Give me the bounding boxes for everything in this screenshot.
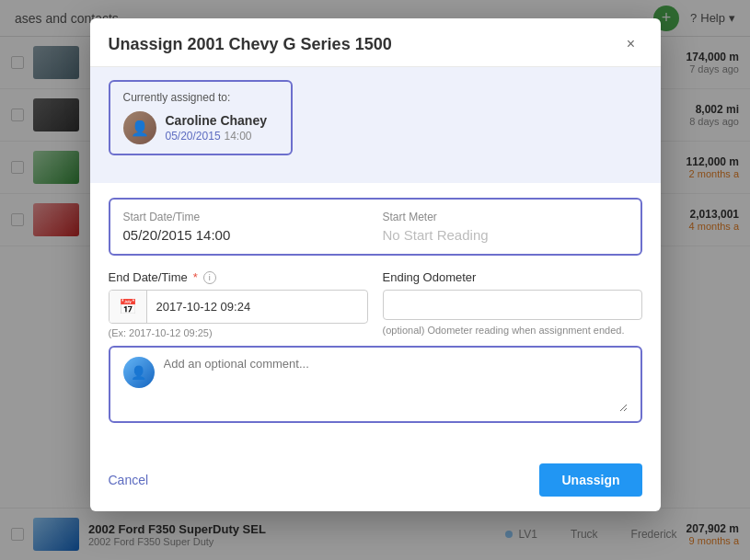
close-button[interactable]: × xyxy=(620,33,642,55)
modal-footer: Cancel Unassign xyxy=(90,452,661,511)
person-date-time: 05/20/2015 14:00 xyxy=(166,128,267,143)
end-date-hint: (Ex: 2017-10-12 09:25) xyxy=(109,327,368,338)
ending-odometer-group: Ending Odometer (optional) Odometer read… xyxy=(383,270,642,338)
assigned-date-link[interactable]: 05/20/2015 xyxy=(166,130,221,143)
start-date-label: Start Date/Time xyxy=(123,211,368,223)
avatar: 👤 xyxy=(123,111,156,144)
modal-overlay: Unassign 2001 Chevy G Series 1500 × Curr… xyxy=(0,0,750,560)
assigned-time: 14:00 xyxy=(224,130,251,143)
end-date-label: End Date/Time xyxy=(109,270,188,284)
calendar-icon: 📅 xyxy=(110,291,147,323)
assigned-section: Currently assigned to: 👤 Caroline Chaney… xyxy=(109,80,293,155)
ending-odometer-hint: (optional) Odometer reading when assignm… xyxy=(383,324,642,337)
commenter-avatar: 👤 xyxy=(123,357,155,388)
unassign-modal: Unassign 2001 Chevy G Series 1500 × Curr… xyxy=(90,18,661,511)
start-meter-value: No Start Reading xyxy=(383,227,628,243)
end-date-group: End Date/Time * i 📅 (Ex: 2017-10-12 09:2… xyxy=(109,270,368,338)
comment-section: 👤 xyxy=(109,346,642,423)
end-date-input[interactable] xyxy=(147,292,367,321)
start-date-value: 05/20/2015 14:00 xyxy=(123,227,368,243)
ending-odometer-label-row: Ending Odometer xyxy=(383,270,642,284)
end-fields-row: End Date/Time * i 📅 (Ex: 2017-10-12 09:2… xyxy=(109,270,642,338)
person-name: Caroline Chaney xyxy=(166,113,267,128)
ending-odometer-label: Ending Odometer xyxy=(383,270,477,284)
cancel-button[interactable]: Cancel xyxy=(109,465,149,495)
ending-odometer-input[interactable] xyxy=(383,290,642,320)
assigned-person: 👤 Caroline Chaney 05/20/2015 14:00 xyxy=(123,111,278,144)
start-meter-field: Start Meter No Start Reading xyxy=(383,211,628,243)
end-date-label-row: End Date/Time * i xyxy=(109,270,368,284)
person-info: Caroline Chaney 05/20/2015 14:00 xyxy=(166,113,267,143)
info-icon[interactable]: i xyxy=(203,271,216,284)
modal-title: Unassign 2001 Chevy G Series 1500 xyxy=(109,35,392,54)
start-fields-bordered: Start Date/Time 05/20/2015 14:00 Start M… xyxy=(109,198,642,256)
comment-textarea[interactable] xyxy=(164,357,628,412)
start-meter-label: Start Meter xyxy=(383,211,628,223)
modal-body: Currently assigned to: 👤 Caroline Chaney… xyxy=(90,67,661,452)
avatar-image: 👤 xyxy=(123,111,156,144)
modal-header: Unassign 2001 Chevy G Series 1500 × xyxy=(90,18,661,67)
assigned-label: Currently assigned to: xyxy=(123,91,278,104)
unassign-button[interactable]: Unassign xyxy=(539,463,641,497)
assigned-highlight-row: Currently assigned to: 👤 Caroline Chaney… xyxy=(90,67,661,183)
start-date-field: Start Date/Time 05/20/2015 14:00 xyxy=(123,211,368,243)
required-indicator: * xyxy=(193,270,198,284)
end-date-input-wrapper: 📅 xyxy=(109,290,368,324)
